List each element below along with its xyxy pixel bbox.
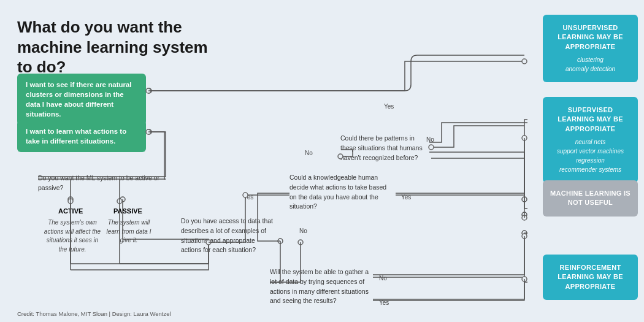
q-patterns: Could there be patterns in these situati… xyxy=(340,134,429,163)
q-gather: Will the system be able to gather a lot … xyxy=(270,267,371,306)
svg-point-11 xyxy=(146,88,151,93)
yes-label-2: Yes xyxy=(243,194,253,201)
result-unsupervised: UNSUPERVISED LEARNING MAY BE APPROPRIATE… xyxy=(543,15,638,82)
yes-label-1: Yes xyxy=(384,103,394,110)
svg-point-28 xyxy=(429,145,434,150)
green-box-clusters: I want to see if there are natural clust… xyxy=(17,74,146,125)
q-data-access: Do you have access to data that describe… xyxy=(181,217,276,255)
svg-point-1 xyxy=(147,129,151,134)
svg-point-12 xyxy=(146,129,151,134)
svg-point-2 xyxy=(68,197,73,202)
yes-label-4: Yes xyxy=(379,299,389,306)
result-supervised-title: SUPERVISED LEARNING MAY BE APPROPRIATE xyxy=(549,105,632,134)
svg-point-31 xyxy=(298,240,303,245)
active-desc: The system's own actions will affect the… xyxy=(42,218,103,254)
result-not-useful: MACHINE LEARNING IS NOT USEFUL xyxy=(543,180,638,217)
result-reinforcement-title: REINFORCEMENT LEARNING MAY BE APPROPRIAT… xyxy=(549,263,632,291)
result-supervised-sub: neural netssupport vector machinesregres… xyxy=(549,137,632,174)
svg-point-9 xyxy=(522,231,527,236)
credit: Credit: Thomas Malone, MIT Sloan | Desig… xyxy=(17,310,171,317)
result-supervised: SUPERVISED LEARNING MAY BE APPROPRIATE n… xyxy=(543,97,638,183)
result-unsupervised-title: UNSUPERVISED LEARNING MAY BE APPROPRIATE xyxy=(549,23,632,52)
green-box-actions: I want to learn what actions to take in … xyxy=(17,120,146,152)
passive-label: PASSIVE xyxy=(113,207,142,215)
q-active-passive: Do you want the ML system to be active o… xyxy=(38,174,167,193)
page-title: What do you want the machine learning sy… xyxy=(17,17,226,77)
result-unsupervised-sub: clusteringanomaly detection xyxy=(549,55,632,74)
yes-label-3: Yes xyxy=(401,194,411,201)
result-not-useful-title: MACHINE LEARNING IS NOT USEFUL xyxy=(549,189,632,208)
svg-point-0 xyxy=(147,88,151,93)
passive-desc: The system will learn from data I give i… xyxy=(101,218,156,245)
svg-point-6 xyxy=(278,239,283,243)
svg-point-7 xyxy=(522,197,527,202)
svg-point-8 xyxy=(522,212,527,217)
svg-point-15 xyxy=(117,199,122,204)
q-human-decide: Could a knowledgeable human decide what … xyxy=(289,173,394,212)
svg-point-25 xyxy=(522,136,527,140)
no-label-4: No xyxy=(379,275,387,282)
svg-point-32 xyxy=(522,234,527,239)
svg-point-14 xyxy=(68,199,73,204)
active-label: ACTIVE xyxy=(58,207,83,215)
svg-point-13 xyxy=(522,59,527,64)
svg-point-29 xyxy=(522,215,527,220)
no-label-3: No xyxy=(299,228,307,234)
result-reinforcement: REINFORCEMENT LEARNING MAY BE APPROPRIAT… xyxy=(543,255,638,300)
svg-point-3 xyxy=(120,197,125,202)
no-label-1: No xyxy=(305,150,313,156)
no-label-2: No xyxy=(426,136,434,143)
svg-point-34 xyxy=(522,277,527,282)
